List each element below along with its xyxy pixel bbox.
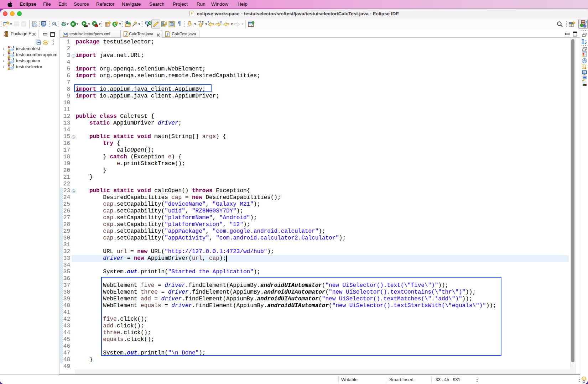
svg-text:J: J [585, 20, 587, 24]
svg-text:J: J [12, 64, 14, 67]
svg-text:!: ! [9, 67, 9, 70]
svg-text:!: ! [9, 61, 9, 64]
svg-text:010: 010 [33, 24, 37, 27]
svg-text:J: J [12, 58, 14, 61]
svg-text:J: J [125, 32, 127, 36]
svg-text:!: ! [9, 49, 9, 52]
svg-text:J: J [12, 46, 14, 49]
svg-text:M: M [8, 52, 10, 55]
svg-text:M: M [8, 58, 10, 61]
svg-text:M: M [8, 46, 10, 49]
svg-text:!: ! [9, 55, 9, 58]
svg-text:M: M [8, 64, 10, 67]
svg-text:J: J [12, 52, 14, 55]
svg-text:J: J [167, 32, 169, 36]
svg-text:{..}: {..} [583, 65, 587, 68]
svg-text:M: M [64, 32, 67, 36]
